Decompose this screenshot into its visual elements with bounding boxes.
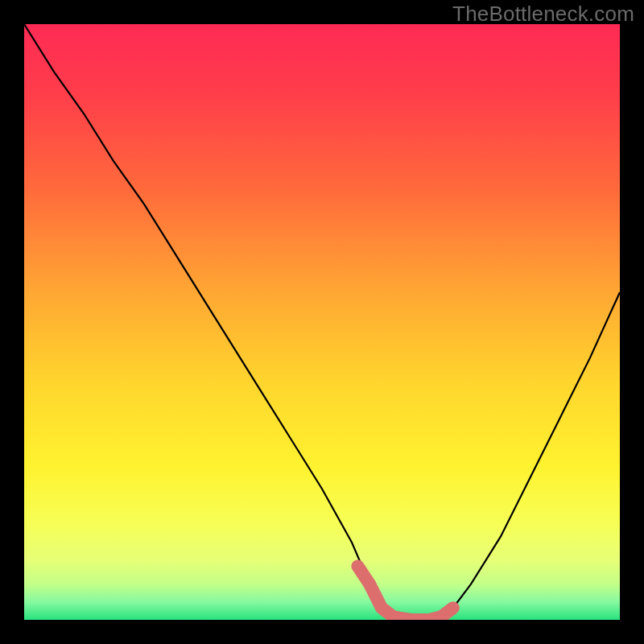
watermark-text: TheBottleneck.com (452, 2, 634, 27)
frame: TheBottleneck.com (0, 0, 644, 644)
chart-svg (24, 24, 620, 620)
chart-plot-area (24, 24, 620, 620)
chart-background (24, 24, 620, 620)
